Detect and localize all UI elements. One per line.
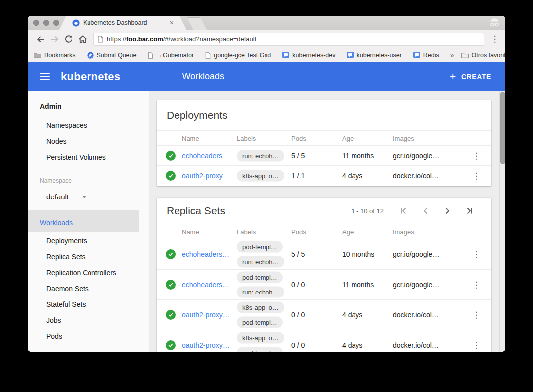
bookmark-gce-test-grid[interactable]: google-gce Test Grid	[205, 52, 271, 59]
bookmark-kubernetes-dev[interactable]: kubernetes-dev	[282, 52, 335, 59]
bookmarks-bar: Bookmarks Submit Queue →Gubernator googl…	[28, 48, 505, 62]
status-ok-icon	[166, 171, 176, 181]
sidebar-item-jobs[interactable]: Jobs	[46, 316, 61, 324]
age-cell: 10 months	[342, 250, 374, 258]
status-ok-icon	[166, 249, 176, 259]
replica-set-link[interactable]: echoheaders…	[182, 281, 229, 289]
scrollbar-thumb[interactable]	[500, 92, 505, 164]
replica-set-link[interactable]: echoheaders…	[182, 250, 229, 258]
row-menu-icon[interactable]: ⋮	[472, 340, 481, 351]
sidebar-section-admin[interactable]: Admin	[40, 102, 62, 110]
sidebar-item-deployments[interactable]: Deployments	[46, 237, 87, 245]
create-button[interactable]: + CREATE	[450, 71, 491, 82]
bookmark-other-favorites[interactable]: Otros favoritos	[461, 52, 505, 59]
bookmarks-overflow-icon[interactable]: »	[450, 51, 454, 59]
sidebar-item-replication-controllers[interactable]: Replication Controllers	[46, 269, 116, 277]
url-text: https://foo.bar.com/#/workload?namespace…	[107, 35, 256, 43]
namespace-select[interactable]: default	[46, 193, 87, 201]
bookmark-submit-queue[interactable]: Submit Queue	[87, 52, 137, 59]
images-cell: docker.io/col…	[393, 311, 439, 319]
deployment-link[interactable]: oauth2-proxy	[182, 172, 223, 180]
status-ok-icon	[166, 340, 176, 350]
column-header-pods: Pods	[291, 228, 306, 235]
page-title: Workloads	[182, 71, 224, 82]
sidebar-item-namespaces[interactable]: Namespaces	[46, 121, 87, 129]
back-icon[interactable]	[34, 32, 48, 46]
pods-cell: 1 / 1	[291, 172, 305, 180]
deployment-link[interactable]: echoheaders	[182, 152, 222, 160]
table-row: echoheaders… pod-templ…run: echoh… 0 / 0…	[157, 269, 491, 299]
groups-icon	[413, 52, 420, 59]
folder-icon	[34, 52, 41, 58]
table-row: oauth2-proxy… k8s-app: o…pod-templ… 0 / …	[157, 330, 491, 352]
row-menu-icon[interactable]: ⋮	[472, 280, 481, 290]
reload-icon[interactable]	[62, 32, 76, 46]
tab-close-icon[interactable]: ×	[170, 19, 174, 27]
replica-set-link[interactable]: oauth2-proxy…	[182, 341, 230, 349]
url-bar[interactable]: https://foo.bar.com/#/workload?namespace…	[93, 33, 484, 46]
age-cell: 11 months	[342, 281, 374, 289]
new-tab-button[interactable]	[187, 17, 207, 30]
row-menu-icon[interactable]: ⋮	[472, 150, 481, 161]
browser-tab[interactable]: Kubernetes Dashboard ×	[59, 16, 186, 30]
browser-toolbar: https://foo.bar.com/#/workload?namespace…	[28, 30, 505, 48]
sidebar-item-pods[interactable]: Pods	[46, 332, 62, 340]
kubernetes-icon	[87, 52, 94, 59]
replica-sets-card: Replica Sets 1 - 10 of 12 Name Labels Po…	[157, 198, 491, 352]
app-toolbar: kubernetes Workloads + CREATE	[28, 62, 505, 91]
column-header-pods: Pods	[291, 134, 306, 142]
replica-set-link[interactable]: oauth2-proxy…	[182, 311, 230, 319]
pods-cell: 5 / 5	[291, 250, 305, 258]
pods-cell: 5 / 5	[291, 152, 305, 160]
images-cell: docker.io/col…	[393, 341, 439, 349]
groups-icon	[282, 52, 289, 59]
browser-menu-icon[interactable]: ⋮	[489, 34, 500, 44]
zoom-window-button[interactable]	[53, 20, 59, 26]
column-header-images: Images	[393, 134, 414, 142]
row-menu-icon[interactable]: ⋮	[472, 170, 481, 181]
column-header-age: Age	[342, 228, 354, 235]
dashboard-content: Admin Namespaces Nodes Persistent Volume…	[28, 91, 505, 352]
sidebar-item-replica-sets[interactable]: Replica Sets	[46, 253, 86, 261]
browser-titlebar: Kubernetes Dashboard ×	[28, 16, 505, 30]
bookmark-redis[interactable]: Redis	[413, 52, 439, 59]
row-menu-icon[interactable]: ⋮	[472, 249, 481, 260]
last-page-icon[interactable]	[458, 205, 480, 217]
sidebar-item-daemon-sets[interactable]: Daemon Sets	[46, 285, 89, 293]
next-page-icon[interactable]	[437, 205, 458, 217]
table-row: oauth2-proxy… k8s-app: o…pod-templ… 0 / …	[157, 299, 491, 330]
hamburger-menu-icon[interactable]	[40, 73, 50, 80]
sidebar-item-nodes[interactable]: Nodes	[46, 137, 66, 145]
close-window-button[interactable]	[33, 20, 39, 26]
age-cell: 4 days	[342, 341, 362, 349]
chevron-down-icon	[82, 196, 87, 198]
label-chips: k8s-app: o…	[237, 170, 284, 181]
minimize-window-button[interactable]	[43, 20, 49, 26]
age-cell: 11 months	[342, 152, 374, 160]
sidebar-item-persistent-volumes[interactable]: Persistent Volumes	[46, 153, 106, 161]
kubernetes-favicon-icon	[72, 19, 80, 27]
sidebar-divider	[28, 170, 149, 170]
browser-window: Kubernetes Dashboard ×	[28, 16, 505, 352]
scrollbar-track[interactable]	[499, 91, 505, 352]
page-icon	[148, 52, 153, 59]
bookmark-kubernetes-user[interactable]: kubernetes-user	[347, 52, 401, 59]
sidebar-nav: Admin Namespaces Nodes Persistent Volume…	[28, 91, 149, 352]
column-header-labels: Labels	[237, 134, 256, 142]
label-chips: pod-templ…run: echoh…	[237, 241, 284, 268]
kubernetes-logo[interactable]: kubernetes	[61, 70, 120, 83]
table-row: echoheaders… pod-templ…run: echoh… 5 / 5…	[157, 239, 491, 269]
pods-cell: 0 / 0	[291, 311, 305, 319]
bookmark-bookmarks[interactable]: Bookmarks	[34, 52, 76, 59]
column-header-name: Name	[182, 228, 199, 235]
sidebar-item-workloads[interactable]: Workloads	[40, 219, 73, 227]
sidebar-item-stateful-sets[interactable]: Stateful Sets	[46, 300, 86, 308]
column-header-name: Name	[182, 134, 199, 142]
previous-page-icon[interactable]	[415, 205, 437, 217]
bookmark-gubernator[interactable]: →Gubernator	[148, 52, 194, 59]
home-icon[interactable]	[76, 32, 89, 46]
desktop: Kubernetes Dashboard ×	[0, 0, 533, 392]
row-menu-icon[interactable]: ⋮	[472, 310, 481, 320]
forward-icon[interactable]	[48, 32, 62, 46]
first-page-icon[interactable]	[393, 205, 415, 217]
